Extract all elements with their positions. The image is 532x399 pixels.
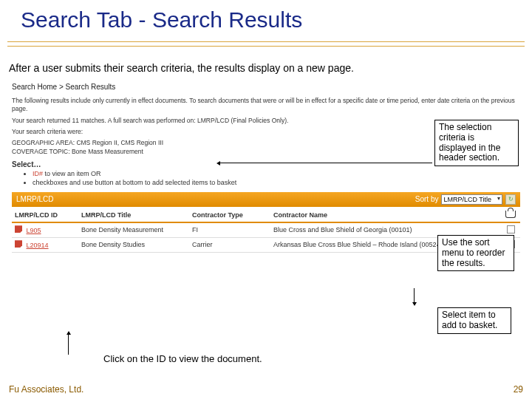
- result-id-link[interactable]: L905: [27, 227, 41, 234]
- annotation-sort: Use the sort menu to reorder the results…: [437, 235, 514, 271]
- basket-checkbox[interactable]: [507, 225, 515, 233]
- arrow-to-header: [218, 163, 432, 163]
- arrow-to-checkbox: [414, 288, 415, 304]
- slide-title: Search Tab - Search Results: [0, 0, 532, 33]
- col-basket: [501, 208, 520, 222]
- footer-company: Fu Associates, Ltd.: [9, 384, 83, 395]
- section-header-bar: LMRP/LCD Sort by LMRP/LCD Title ↻: [12, 192, 520, 207]
- result-id-link[interactable]: L20914: [27, 242, 49, 249]
- results-panel: Search Home > Search Results The followi…: [12, 83, 520, 253]
- sort-dropdown[interactable]: LMRP/LCD Title: [441, 194, 502, 205]
- annotation-basket: Select item to add to basket.: [437, 307, 511, 334]
- select-instructions: ID# to view an item OR checkboxes and us…: [33, 170, 520, 186]
- select-instruction-id: ID# to view an item OR: [33, 170, 520, 177]
- sort-label: Sort by: [415, 195, 439, 203]
- breadcrumb: Search Home > Search Results: [12, 83, 520, 91]
- result-title: Bone Density Studies: [78, 237, 189, 252]
- caption-click-id: Click on the ID to view the document.: [103, 353, 262, 364]
- col-contractor-type: Contractor Type: [189, 208, 270, 222]
- result-contractor-type: Carrier: [189, 237, 270, 252]
- doc-icon: [15, 225, 22, 233]
- intro-text: After a user submits their search criter…: [0, 33, 532, 80]
- id-hash-label: ID#: [33, 170, 43, 177]
- sort-go-button[interactable]: ↻: [505, 194, 516, 205]
- doc-icon: [15, 240, 22, 248]
- section-label: LMRP/LCD: [16, 195, 54, 203]
- col-contractor-name: Contractor Name: [270, 208, 501, 222]
- slide-footer: Fu Associates, Ltd. 29: [9, 384, 523, 395]
- basket-icon: [505, 211, 516, 218]
- results-scope-paragraph: The following results include only curre…: [12, 97, 520, 112]
- result-title: Bone Density Measurement: [78, 222, 189, 238]
- select-instruction-checkbox: checkboxes and use button at bottom to a…: [33, 179, 520, 186]
- col-title: LMRP/LCD Title: [78, 208, 189, 222]
- arrow-to-id: [68, 332, 69, 355]
- col-id: LMRP/LCD ID: [12, 208, 78, 222]
- slide-number: 29: [514, 384, 523, 395]
- annotation-header: The selection criteria is displayed in t…: [434, 120, 519, 166]
- title-underline: [7, 41, 525, 50]
- result-contractor-type: FI: [189, 222, 270, 238]
